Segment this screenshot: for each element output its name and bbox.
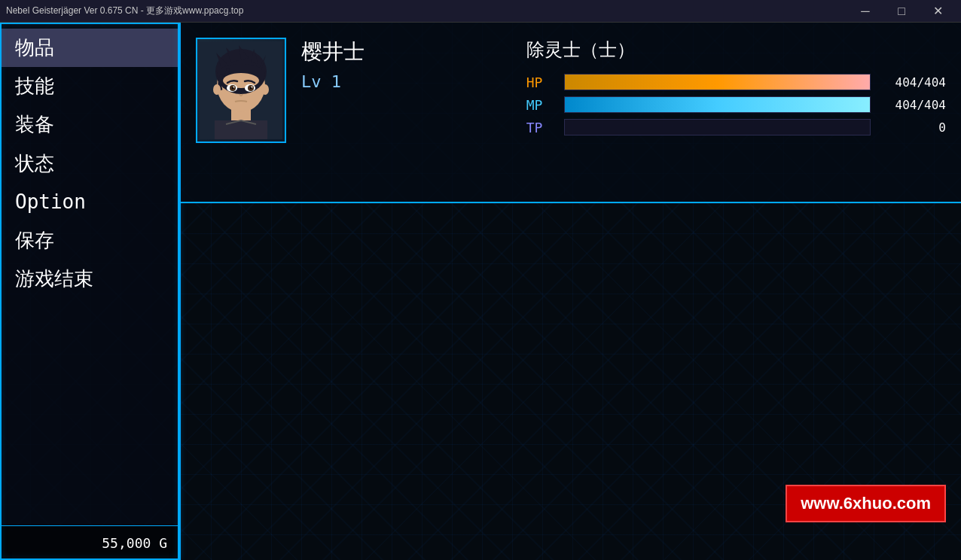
svg-rect-2 xyxy=(215,120,267,139)
game-area: 物品 技能 装备 状态 Option 保存 游戏结束 55,000 G xyxy=(0,23,961,560)
hp-label: HP xyxy=(526,75,557,90)
char-name: 樱井士 xyxy=(301,38,511,66)
money-display: 55,000 G xyxy=(0,525,179,560)
tp-row: TP 0 xyxy=(526,119,946,135)
char-class: 除灵士（士） xyxy=(526,38,946,62)
money-unit: G xyxy=(159,535,167,551)
menu-item-skills[interactable]: 技能 xyxy=(0,67,179,105)
menu-panel: 物品 技能 装备 状态 Option 保存 游戏结束 55,000 G xyxy=(0,23,181,560)
menu-items: 物品 技能 装备 状态 Option 保存 游戏结束 xyxy=(0,23,179,525)
mp-value: 404/404 xyxy=(878,98,946,112)
titlebar-controls: ─ □ ✕ xyxy=(848,0,955,23)
money-amount: 55,000 xyxy=(102,535,151,551)
level-label: Lv xyxy=(301,72,322,91)
ad-text: www.6xhuo.com xyxy=(801,494,931,513)
stats-section: 除灵士（士） HP 404/404 MP 404/404 TP xyxy=(526,38,946,135)
mp-bar-container xyxy=(564,96,871,113)
mp-row: MP 404/404 xyxy=(526,96,946,113)
hp-bar-container xyxy=(564,74,871,90)
char-level: Lv 1 xyxy=(301,72,511,91)
menu-item-save[interactable]: 保存 xyxy=(0,221,179,260)
svg-point-23 xyxy=(261,84,269,95)
menu-item-status[interactable]: 状态 xyxy=(0,145,179,183)
svg-point-20 xyxy=(233,87,235,88)
menu-item-quit[interactable]: 游戏结束 xyxy=(0,260,179,298)
svg-point-22 xyxy=(213,84,221,95)
level-value: 1 xyxy=(331,72,341,91)
hp-bar xyxy=(565,75,870,90)
tp-label: TP xyxy=(526,120,557,135)
char-portrait xyxy=(196,38,286,143)
titlebar: Nebel Geisterjäger Ver 0.675 CN - 更多游戏ww… xyxy=(0,0,961,23)
hp-value: 404/404 xyxy=(878,75,946,90)
mp-bar xyxy=(565,97,870,112)
mp-label: MP xyxy=(526,97,557,113)
close-button[interactable]: ✕ xyxy=(920,0,955,23)
menu-item-equip[interactable]: 装备 xyxy=(0,105,179,144)
minimize-button[interactable]: ─ xyxy=(848,0,883,23)
titlebar-title: Nebel Geisterjäger Ver 0.675 CN - 更多游戏ww… xyxy=(6,5,243,17)
tp-value: 0 xyxy=(878,120,946,135)
maximize-button[interactable]: □ xyxy=(884,0,919,23)
svg-point-21 xyxy=(252,87,253,88)
menu-item-option[interactable]: Option xyxy=(0,183,179,221)
menu-item-items[interactable]: 物品 xyxy=(0,29,179,67)
char-info: 樱井士 Lv 1 xyxy=(301,38,511,99)
hp-row: HP 404/404 xyxy=(526,74,946,90)
tp-bar-container xyxy=(564,119,871,135)
ad-banner: www.6xhuo.com xyxy=(786,485,946,522)
char-panel: 樱井士 Lv 1 除灵士（士） HP 404/404 MP xyxy=(181,23,961,203)
